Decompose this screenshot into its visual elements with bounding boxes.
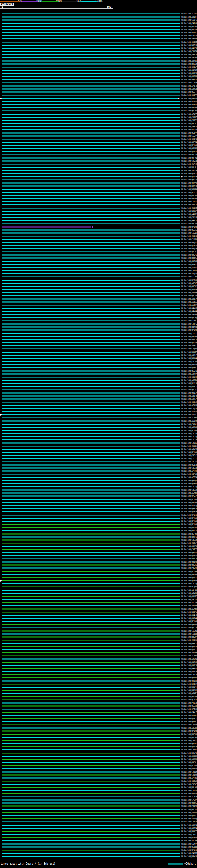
hit-id[interactable]: UniRef100_A5DPN5 [181,824,197,827]
alignment-bar[interactable] [2,596,180,597]
alignment-bar[interactable] [2,602,180,603]
alignment-bar[interactable] [2,643,180,644]
hit-id[interactable]: UniRef100_Q56FK2 [181,370,197,373]
alignment-bar[interactable] [2,283,180,284]
alignment-bar[interactable] [2,248,180,249]
hit-id[interactable]: UniRef100_Q4PM85 [181,483,197,485]
alignment-bar[interactable] [2,182,180,184]
alignment-bar[interactable] [2,586,180,588]
alignment-bar[interactable] [2,430,180,431]
hit-id[interactable]: UniRef100_Q96TB7 [181,507,197,510]
alignment-bar[interactable] [2,825,180,826]
hit-id[interactable]: UniRef100_B9W733 [181,752,197,755]
alignment-bar[interactable] [2,856,180,857]
alignment-bar[interactable] [2,273,180,274]
alignment-bar[interactable] [2,380,180,381]
alignment-bar[interactable] [2,79,180,81]
hit-id[interactable]: UniRef100_UP1000... [181,335,197,338]
hit-id[interactable]: UniRef100_Q4YP98 [181,182,197,184]
hit-id[interactable]: UniRef100_Q7M7Z3 [181,173,197,175]
hit-id[interactable]: UniRef100_B0FXJ4 [181,338,197,341]
alignment-bar[interactable] [2,655,180,656]
hit-id[interactable]: UniRef100_B6KHN9 [181,188,197,191]
hit-id[interactable]: UniRef100_Q96447 [181,617,197,620]
hit-id[interactable]: UniRef100_B3M5V5 [181,689,197,692]
hit-id[interactable]: UniRef100_UP1000... [181,730,197,733]
hit-id[interactable]: UniRef100_Q6BT46 [181,827,197,830]
alignment-bar[interactable] [2,57,180,58]
alignment-bar[interactable] [2,70,180,71]
alignment-bar[interactable] [2,76,180,77]
hit-id[interactable]: UniRef100_A4RUY4 [181,213,197,216]
alignment-bar[interactable] [2,442,180,444]
alignment-bar[interactable] [2,367,180,368]
hit-id[interactable]: UniRef100_C1I1Z6 [181,332,197,335]
alignment-bar[interactable] [2,802,180,804]
alignment-bar[interactable] [2,473,180,475]
alignment-bar[interactable] [2,176,180,177]
hit-id[interactable]: UniRef100_UP1000... [181,620,197,623]
alignment-bar[interactable] [2,208,180,209]
hit-id[interactable]: UniRef100_P45633 [181,103,197,106]
hit-id[interactable]: UniRef100_Q08200 [181,561,197,563]
alignment-bar[interactable] [2,242,180,243]
alignment-bar[interactable] [2,13,180,14]
hit-id[interactable]: UniRef100_B5E652 [181,733,197,736]
alignment-bar[interactable] [2,546,180,547]
hit-id[interactable]: UniRef100_A9PS86 [181,125,197,128]
hit-id[interactable]: UniRef100_Q9SPD4 [181,623,197,626]
hit-id[interactable]: UniRef100_Q6QV76 [181,132,197,134]
hit-id[interactable]: UniRef100_A6YM92 [181,604,197,607]
hit-id[interactable]: UniRef100_B9WJ33 [181,855,197,858]
hit-id[interactable]: UniRef100_Q753F9 [181,245,197,247]
alignment-bar[interactable] [2,590,180,591]
alignment-bar[interactable] [2,630,180,631]
hit-id[interactable]: UniRef100_A1DGL5 [181,301,197,304]
hit-id[interactable]: UniRef100_Q95P53 [181,664,197,667]
hit-id[interactable]: UniRef100_Q2QPB3 [181,138,197,141]
hit-id[interactable]: UniRef100_Q6LZ31 [181,705,197,708]
hit-id[interactable]: UniRef100_C1CUW4 [181,630,197,632]
hit-id[interactable]: UniRef100_Q2TBW5 [181,570,197,573]
alignment-bar[interactable] [2,229,180,230]
alignment-bar[interactable] [2,23,180,24]
alignment-bar[interactable] [2,480,180,481]
alignment-bar[interactable] [2,120,180,121]
alignment-bar[interactable] [2,41,180,43]
hit-id[interactable]: UniRef100_A9TWU0 [181,56,197,59]
hit-id[interactable]: UniRef100_B6QB95 [181,586,197,588]
alignment-bar[interactable] [2,254,180,255]
hit-id[interactable]: UniRef100_A8W7G7 [181,448,197,451]
hit-id[interactable]: UniRef100_Q6CA05 [181,294,197,297]
hit-id[interactable]: UniRef100_UP1000... [181,523,197,526]
alignment-bar[interactable] [2,236,180,237]
hit-id[interactable]: UniRef100_A6BM96 [181,379,197,382]
alignment-bar[interactable] [2,709,180,710]
alignment-bar[interactable] [2,51,180,52]
hit-id[interactable]: UniRef100_B8SW76 [181,636,197,639]
hit-id[interactable]: UniRef100_Q5A7B8 [181,745,197,748]
hit-id[interactable]: UniRef100_Q59NB3 [181,755,197,758]
alignment-bar[interactable] [2,436,180,437]
alignment-bar[interactable] [2,696,180,697]
alignment-bar[interactable] [2,439,180,440]
hit-id[interactable]: UniRef100_Q2GY12 [181,254,197,256]
alignment-bar[interactable] [2,370,180,372]
hit-id[interactable]: UniRef100_A7E2F7 [181,410,197,413]
hit-id[interactable]: UniRef100_C4QXM4 [181,771,197,773]
hit-id[interactable]: UniRef100_A9PGZ5 [181,122,197,125]
hit-id[interactable]: UniRef100_C4R305 [181,723,197,726]
hit-id[interactable]: UniRef100_Q4WJG5 [181,307,197,310]
alignment-bar[interactable] [2,702,180,704]
alignment-bar[interactable] [2,280,180,281]
alignment-bar[interactable] [2,204,180,206]
alignment-bar[interactable] [2,101,180,102]
alignment-bar[interactable] [2,107,180,108]
hit-id[interactable]: UniRef100_Q8UE46 [181,376,197,379]
alignment-bar[interactable] [2,417,180,418]
alignment-bar[interactable] [2,790,180,791]
hit-id[interactable]: UniRef100_UP1000... [181,573,197,576]
hit-id[interactable]: UniRef100_B3LS87 [181,786,197,789]
alignment-bar[interactable] [2,677,180,678]
hit-id[interactable]: UniRef100_A9NBT9 [181,16,197,19]
